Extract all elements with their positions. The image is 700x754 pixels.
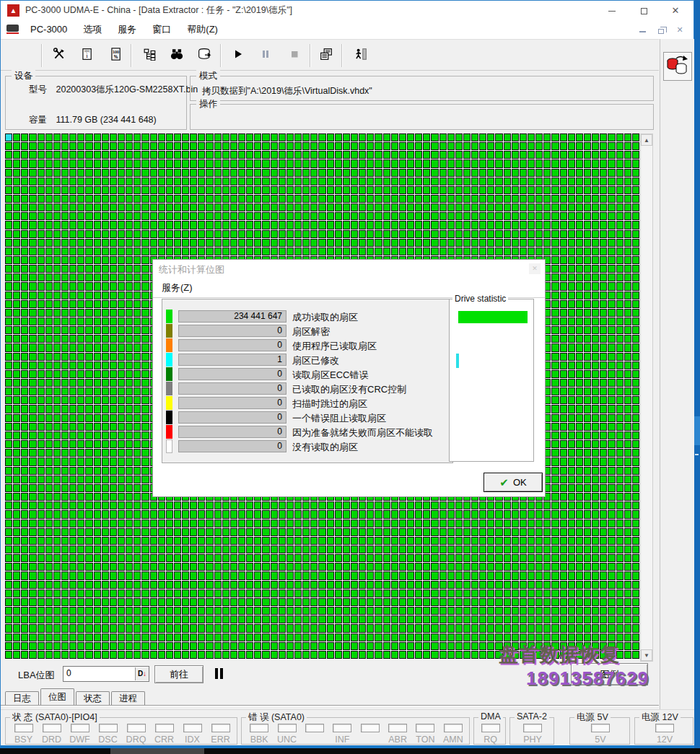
bitmap-cell [359,169,366,177]
tab-位图[interactable]: 位图 [40,688,74,705]
bitmap-cell [230,634,237,641]
bitmap-cell [600,309,607,317]
bitmap-cell [38,273,45,281]
bitmap-cell [375,221,382,229]
report-button[interactable]: 0||0|i [76,45,97,66]
bitmap-cell [13,571,20,579]
tab-状态[interactable]: 状态 [76,691,110,705]
tab-进程[interactable]: 进程 [111,691,145,705]
menu-item-1[interactable]: 选项 [75,20,110,39]
minimize-button[interactable] [597,1,627,20]
bitmap-cell [126,353,133,361]
bitmap-cell [535,177,543,185]
bitmap-cell [29,431,36,439]
bitmap-cell [141,353,149,361]
mdi-close-button[interactable]: ✕ [672,23,688,36]
bitmap-cell [102,159,109,167]
clone-disk-button[interactable] [663,52,692,81]
bitmap-cell [592,239,599,247]
bitmap-cell [528,642,535,650]
bitmap-cell [294,510,302,518]
bitmap-cell [479,624,486,632]
menu-item-4[interactable]: 帮助(Z) [179,20,226,39]
app-menu-icon[interactable] [6,25,19,35]
bitmap-cell [407,212,414,220]
mdi-restore-button[interactable] [653,23,669,36]
bitmap-cell [294,195,302,203]
menu-item-3[interactable]: 窗口 [144,20,179,39]
bitmap-cell [198,528,205,536]
bitmap-cell [471,598,478,606]
bitmap-cell [53,457,61,465]
mdi-minimize-button[interactable] [634,23,650,36]
bitmap-cell [238,571,245,579]
bitmap-cell [5,353,12,361]
bitmap-cell [126,449,133,457]
bitmap-cell [29,589,36,597]
bitmap-cell [166,571,173,579]
bitmap-cell [77,300,84,308]
red-down-arrow-icon: ↓ [143,670,146,678]
bitmap-cell [431,642,438,650]
bitmap-cell [479,159,486,167]
bitmap-scrollbar[interactable]: ▲ ▼ [640,133,653,662]
bitmap-cell [463,195,471,203]
copy-button[interactable] [315,45,337,66]
led-indicator [444,724,463,732]
bitmap-cell [141,300,149,308]
search-button[interactable] [166,45,188,66]
go-button[interactable]: 前往 [154,665,204,683]
bitmap-cell [632,520,639,527]
percent-button[interactable]: 100% [105,45,126,66]
bitmap-cell [616,431,624,439]
bitmap-cell [359,151,366,159]
bitmap-cell [5,133,12,141]
ok-button[interactable]: ✔ OK [484,473,543,492]
scroll-down-button[interactable]: ▼ [641,649,652,661]
bitmap-cell [158,537,165,545]
bitmap-cell [222,528,229,536]
bitmap-cell [608,159,615,167]
bitmap-cell [399,581,406,589]
bitmap-cell [38,501,45,509]
tools-button[interactable] [48,45,70,66]
bitmap-cell [535,642,543,650]
dialog-menu-service[interactable]: 服务(Z) [162,281,193,294]
bitmap-cell [134,273,141,281]
bitmap-cell [5,203,12,211]
bitmap-cell [94,423,101,431]
dialog-close-button[interactable]: ✕ [529,263,541,274]
bitmap-cell [616,493,624,501]
bitmap-cell [85,335,92,343]
bitmap-cell [21,501,28,509]
scroll-up-button[interactable]: ▲ [641,134,652,146]
structure-button[interactable] [139,45,161,66]
bitmap-cell [455,501,463,509]
stop-button[interactable] [284,45,305,66]
maximize-button[interactable] [629,1,659,20]
tab-日志[interactable]: 日志 [5,691,39,705]
bitmap-cell [166,203,173,211]
bitmap-cell [53,510,61,518]
lba-dropdown-button[interactable]: D↓ [135,667,149,680]
close-button[interactable]: ✕ [660,1,691,20]
bitmap-cell [118,282,125,290]
exit-button[interactable] [350,45,372,66]
bitmap-cell [359,537,366,545]
bitmap-cell [21,370,28,378]
pause-button[interactable] [255,45,276,66]
disk-button[interactable] [194,45,216,66]
bitmap-cell [560,537,567,545]
menu-item-2[interactable]: 服务 [110,20,144,39]
bitmap-cell [21,520,28,527]
play-button[interactable] [227,45,249,66]
bitmap-cell [271,159,278,167]
bitmap-cell [343,203,350,211]
menu-item-0[interactable]: PC-3000 [22,20,75,39]
bitmap-cell [246,221,253,229]
legend-button[interactable]: 图例 [571,663,648,685]
bitmap-cell [512,221,519,229]
bitmap-cell [584,545,591,553]
bitmap-cell [238,239,245,247]
bitmap-cell [182,151,189,159]
